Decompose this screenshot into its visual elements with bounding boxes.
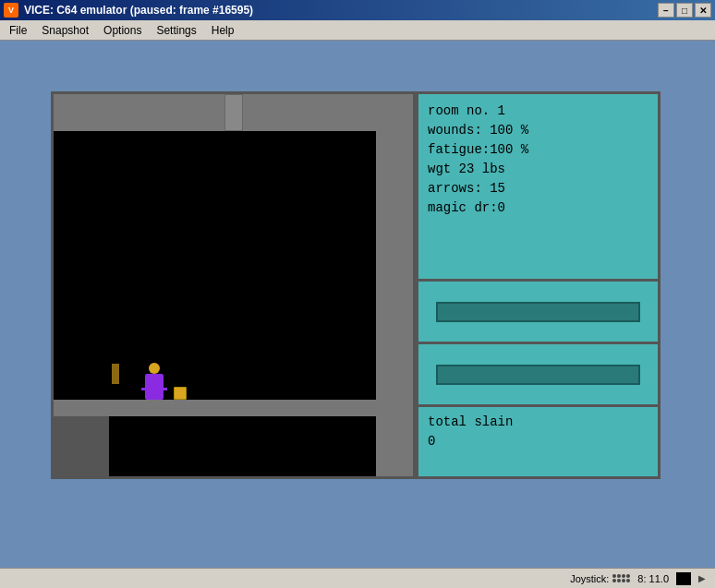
game-window: room no. 1 wounds: 100 % fatigue:100 % w… [51,91,660,479]
total-slain-label: total slain [428,413,648,432]
weight-display: wgt 23 lbs [428,160,648,179]
joystick-dot [617,579,621,582]
character-sprite [141,363,167,400]
character-arm-right [162,388,167,390]
dungeon-top-block [224,94,243,131]
fatigue-display: fatigue:100 % [428,140,648,160]
character-body [145,374,164,400]
app-icon: V [4,3,18,18]
bottom-stats-panel: total slain 0 [418,407,658,476]
arrows-display: arrows: 15 [428,179,648,198]
joystick-label: Joystick: [570,573,609,584]
panel-bar-1 [436,302,639,322]
joystick-indicator: Joystick: [570,573,630,584]
status-bar: Joystick: 8: 11.0 ▶ [0,568,715,588]
version-display: 8: 11.0 [637,573,669,584]
panel-bar-2 [436,365,639,385]
dungeon-area [51,91,416,479]
menu-file[interactable]: File [2,22,34,39]
empty-panel-2 [418,344,658,404]
ground-item [174,387,187,400]
maximize-button[interactable]: □ [676,3,693,18]
window-controls: − □ ✕ [658,3,711,18]
minimize-button[interactable]: − [658,3,674,18]
info-panel: room no. 1 wounds: 100 % fatigue:100 % w… [416,91,660,479]
color-swatch [676,572,691,585]
dungeon-wall-left [54,416,109,476]
menu-bar: File Snapshot Options Settings Help [0,20,715,41]
joystick-dot [612,574,616,578]
joystick-dot [626,574,630,578]
joystick-dots [612,574,630,582]
total-slain-value: 0 [428,432,648,451]
character-arm-left [141,388,147,390]
status-panel: room no. 1 wounds: 100 % fatigue:100 % w… [418,94,658,279]
empty-panel-1 [418,282,658,342]
title-bar-text: V VICE: C64 emulator (paused: frame #165… [4,3,253,18]
menu-options[interactable]: Options [96,22,149,39]
menu-settings[interactable]: Settings [149,22,203,39]
joystick-dot [626,579,630,582]
main-content: room no. 1 wounds: 100 % fatigue:100 % w… [0,41,715,588]
window-title: VICE: C64 emulator (paused: frame #16595… [24,4,253,17]
menu-help[interactable]: Help [204,22,242,39]
arrow-icon: ▶ [698,573,706,583]
magic-dr-display: magic dr:0 [428,198,648,218]
torch-item [112,364,119,384]
joystick-dot [622,579,625,582]
close-button[interactable]: ✕ [695,3,711,18]
joystick-dot [617,574,621,578]
wounds-display: wounds: 100 % [428,121,648,140]
menu-snapshot[interactable]: Snapshot [34,22,96,39]
dungeon-floor [54,400,376,416]
joystick-dot [622,574,625,578]
character-head [149,363,160,374]
room-number: room no. 1 [428,102,648,121]
dungeon-wall-right [376,94,413,476]
title-bar: V VICE: C64 emulator (paused: frame #165… [0,0,715,20]
joystick-dot [612,579,616,582]
